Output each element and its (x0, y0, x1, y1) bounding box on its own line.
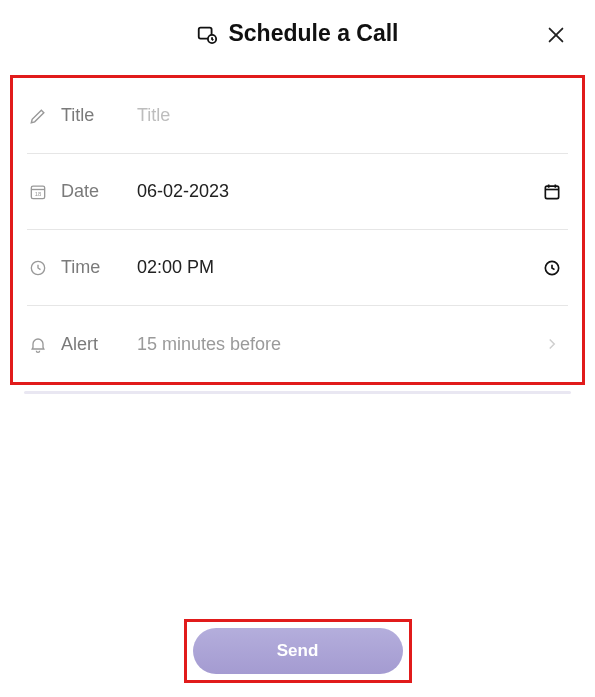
title-row[interactable]: Title (27, 78, 568, 154)
alert-label: Alert (61, 334, 131, 355)
title-label: Title (61, 105, 131, 126)
time-row[interactable]: Time 02:00 PM (27, 230, 568, 306)
chevron-right-icon (543, 335, 561, 353)
calendar-small-icon: 18 (27, 182, 49, 202)
send-button-highlight: Send (184, 619, 412, 683)
dialog-header: Schedule a Call (0, 0, 595, 65)
time-label: Time (61, 257, 131, 278)
alert-value: 15 minutes before (137, 334, 536, 355)
close-button[interactable] (545, 24, 567, 46)
date-row[interactable]: 18 Date 06-02-2023 (27, 154, 568, 230)
clock-icon (542, 258, 562, 278)
date-picker-button[interactable] (536, 182, 568, 202)
alert-row[interactable]: Alert 15 minutes before (27, 306, 568, 382)
form-section-highlight: Title 18 Date 06-02-2023 (10, 75, 585, 385)
time-value: 02:00 PM (137, 257, 536, 278)
date-label: Date (61, 181, 131, 202)
date-value: 06-02-2023 (137, 181, 536, 202)
pencil-icon (27, 106, 49, 126)
schedule-call-icon (196, 23, 218, 45)
bell-icon (27, 334, 49, 354)
calendar-icon (542, 182, 562, 202)
svg-text:18: 18 (35, 191, 41, 197)
send-button[interactable]: Send (193, 628, 403, 674)
clock-small-icon (27, 258, 49, 278)
close-icon (545, 24, 567, 46)
title-input[interactable] (137, 105, 568, 126)
time-picker-button[interactable] (536, 258, 568, 278)
divider (24, 391, 571, 394)
svg-rect-4 (545, 186, 558, 199)
dialog-title: Schedule a Call (228, 20, 398, 47)
alert-chevron[interactable] (536, 335, 568, 353)
